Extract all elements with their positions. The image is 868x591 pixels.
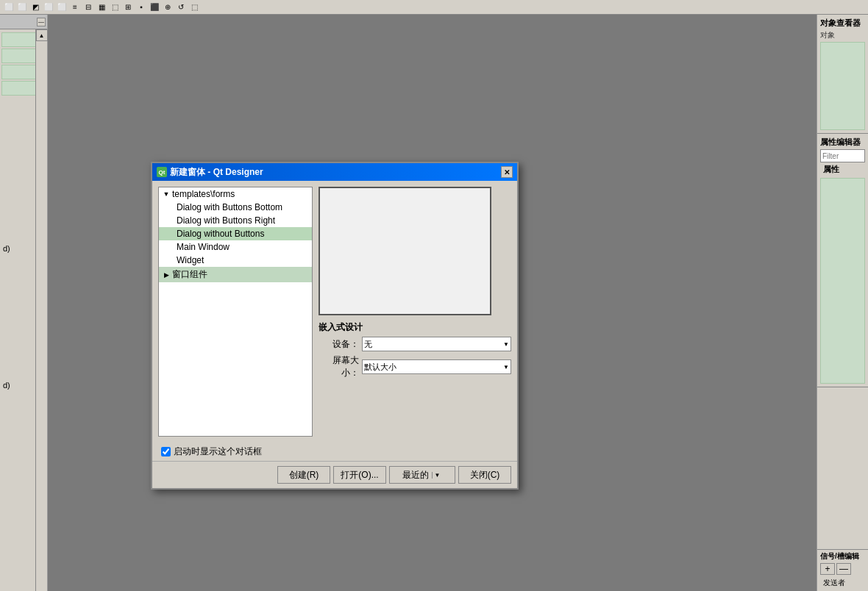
screen-select-value: 默认大小 [364, 362, 396, 373]
right-panel-bottom: 信号/槽编辑 + — 发送者 [817, 549, 868, 591]
toolbar-icon-13[interactable]: ⊕ [162, 1, 174, 13]
recent-btn-label: 最近的 [402, 469, 429, 481]
device-form-label: 设备： [319, 338, 359, 351]
preview-box [319, 187, 491, 315]
embedded-section: 嵌入式设计 设备： 无 ▼ 屏幕大小： 默认大小 ▼ [319, 321, 511, 379]
object-label: 对象 [820, 30, 865, 40]
toolbar-icon-11[interactable]: ▪ [135, 1, 147, 13]
toolbar-icon-10[interactable]: ⊞ [122, 1, 134, 13]
show-dialog-checkbox[interactable] [161, 447, 171, 456]
left-panel-min-btn[interactable]: — [37, 18, 46, 26]
sender-label: 发送者 [820, 576, 865, 590]
property-column-label: 属性 [820, 162, 865, 176]
toolbar-icon-9[interactable]: ⬚ [109, 1, 121, 13]
property-editor-section: 属性编辑器 属性 [817, 134, 868, 387]
toolbar-icon-12[interactable]: ⬛ [149, 1, 160, 13]
object-inspector-section: 对象查看器 对象 [817, 15, 868, 134]
tree-item-widget[interactable]: Widget [159, 254, 312, 267]
toolbar-icon-6[interactable]: ≡ [69, 1, 81, 13]
show-dialog-checkbox-label: 启动时显示这个对话框 [174, 445, 262, 458]
property-list-area [820, 178, 865, 384]
tree-root-components[interactable]: ▶ 窗口组件 [159, 267, 312, 282]
signal-title: 信号/槽编辑 [820, 551, 865, 562]
new-form-dialog: Qt 新建窗体 - Qt Designer ✕ ▼ templates\form… [151, 162, 519, 490]
qt-icon: Qt [157, 167, 167, 177]
create-btn[interactable]: 创建(R) [277, 466, 330, 484]
screen-select[interactable]: 默认大小 ▼ [362, 359, 511, 374]
device-select[interactable]: 无 ▼ [362, 337, 511, 351]
object-inspector-area [820, 42, 865, 130]
signal-section: 信号/槽编辑 + — 发送者 [817, 549, 868, 591]
toolbar-icon-15[interactable]: ⬚ [188, 1, 200, 13]
toolbar-icon-1[interactable]: ⬜ [3, 1, 15, 13]
dialog-tree-panel: ▼ templates\forms Dialog with Buttons Bo… [158, 187, 313, 437]
dialog-body: ▼ templates\forms Dialog with Buttons Bo… [152, 181, 517, 443]
tree-root-templates[interactable]: ▼ templates\forms [159, 187, 312, 201]
toolbar-icon-7[interactable]: ⊟ [82, 1, 94, 13]
toolbar-icon-14[interactable]: ↺ [175, 1, 187, 13]
toolbar-icons: ⬜ ⬜ ◩ ⬜ ⬜ ≡ ⊟ ▦ ⬚ ⊞ ▪ ⬛ ⊕ ↺ ⬚ [3, 1, 200, 13]
tree-arrow-components: ▶ [162, 271, 171, 279]
tree-label-dialog-bottom: Dialog with Buttons Bottom [177, 202, 282, 212]
tree-item-dialog-right[interactable]: Dialog with Buttons Right [159, 214, 312, 227]
recent-btn[interactable]: 最近的 ▼ [389, 466, 455, 484]
tree-label-dialog-no-buttons: Dialog without Buttons [177, 229, 264, 239]
toolbar-icon-2[interactable]: ⬜ [16, 1, 28, 13]
left-panel-header: — [0, 15, 47, 29]
add-signal-btn[interactable]: + [820, 563, 835, 575]
tree-item-main-window[interactable]: Main Window [159, 240, 312, 254]
toolbar-icon-8[interactable]: ▦ [96, 1, 107, 13]
device-row: 设备： 无 ▼ [319, 337, 511, 351]
device-select-value: 无 [364, 339, 372, 350]
show-dialog-checkbox-row: 启动时显示这个对话框 [152, 443, 517, 461]
device-select-arrow: ▼ [503, 341, 509, 348]
tree-arrow-templates: ▼ [162, 190, 171, 198]
tree-item-dialog-no-buttons[interactable]: Dialog without Buttons [159, 227, 312, 240]
tree-item-dialog-bottom[interactable]: Dialog with Buttons Bottom [159, 201, 312, 214]
tree-label-widget: Widget [177, 255, 204, 265]
tree-label-templates: templates\forms [172, 189, 235, 199]
embedded-label: 嵌入式设计 [319, 321, 511, 334]
recent-dropdown-arrow[interactable]: ▼ [432, 472, 442, 479]
left-panel-scroll: ▲ [35, 29, 47, 591]
remove-signal-btn[interactable]: — [836, 563, 851, 575]
toolbar: ⬜ ⬜ ◩ ⬜ ⬜ ≡ ⊟ ▦ ⬚ ⊞ ▪ ⬛ ⊕ ↺ ⬚ [0, 0, 868, 15]
tree-label-components: 窗口组件 [172, 268, 207, 281]
toolbar-icon-4[interactable]: ⬜ [43, 1, 54, 13]
dialog-footer: 创建(R) 打开(O)... 最近的 ▼ 关闭(C) [152, 461, 517, 488]
scroll-up-arrow[interactable]: ▲ [36, 29, 48, 41]
close-btn[interactable]: 关闭(C) [458, 466, 511, 484]
dialog-close-btn[interactable]: ✕ [501, 166, 513, 178]
object-inspector-title: 对象查看器 [820, 18, 865, 29]
dialog-title-text: Qt 新建窗体 - Qt Designer [157, 166, 263, 179]
dialog-right-panel: 嵌入式设计 设备： 无 ▼ 屏幕大小： 默认大小 ▼ [319, 187, 511, 437]
toolbar-icon-5[interactable]: ⬜ [56, 1, 68, 13]
tree-label-dialog-right: Dialog with Buttons Right [177, 215, 275, 226]
property-filter-input[interactable] [820, 149, 865, 162]
screen-form-label: 屏幕大小： [319, 354, 359, 379]
tree-container[interactable]: ▼ templates\forms Dialog with Buttons Bo… [158, 187, 313, 437]
open-btn[interactable]: 打开(O)... [333, 466, 386, 484]
left-panel: — ▲ d) d) [0, 15, 48, 591]
property-editor-title: 属性编辑器 [820, 137, 865, 148]
dialog-title-label: 新建窗体 - Qt Designer [170, 166, 263, 179]
right-panel: 对象查看器 对象 属性编辑器 属性 信号/槽编辑 + — 发送者 [817, 15, 868, 591]
signal-buttons: + — [820, 562, 865, 576]
dialog-titlebar: Qt 新建窗体 - Qt Designer ✕ [152, 163, 517, 181]
tree-label-main-window: Main Window [177, 242, 230, 252]
main-canvas: Qt 新建窗体 - Qt Designer ✕ ▼ templates\form… [48, 15, 817, 591]
screen-select-arrow: ▼ [503, 364, 509, 370]
toolbar-icon-3[interactable]: ◩ [29, 1, 41, 13]
screen-row: 屏幕大小： 默认大小 ▼ [319, 354, 511, 379]
